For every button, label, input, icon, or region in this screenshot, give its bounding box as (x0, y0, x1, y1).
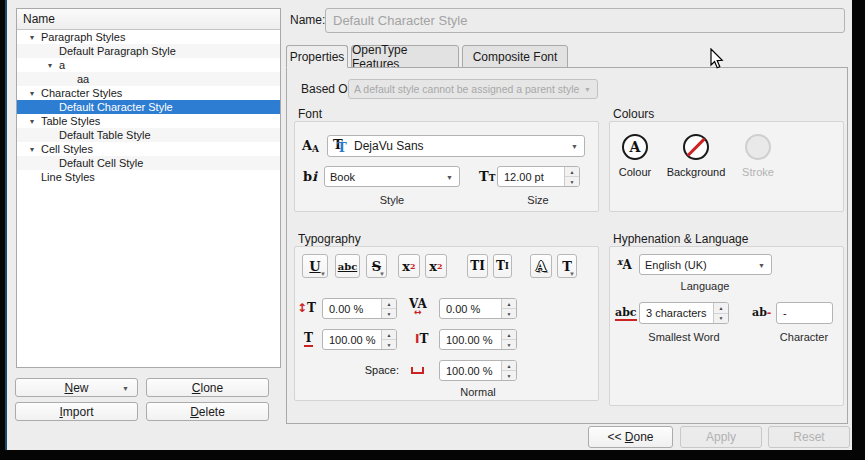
spin-up-icon[interactable]: ▲ (714, 303, 728, 314)
expander-icon[interactable]: ▾ (41, 61, 59, 70)
vertical-scale-spinbox[interactable]: 100.00 % ▲▼ (439, 329, 517, 350)
baseline-offset-icon: ↕T (297, 301, 316, 315)
chevron-down-icon: ▼ (758, 261, 765, 268)
size-caption: Size (527, 194, 548, 206)
chevron-down-icon: ▼ (446, 173, 453, 180)
spin-up-icon[interactable]: ▲ (502, 361, 516, 371)
tree-header-name: Name (17, 9, 280, 30)
stroke-colour-button-disabled (745, 134, 771, 160)
expander-icon[interactable]: ▾ (23, 117, 41, 126)
style-manager-dialog: Name ▾ Paragraph Styles Default Paragrap… (7, 0, 852, 450)
strikethrough-button[interactable]: S ▼ (366, 254, 387, 278)
expander-icon[interactable]: ▾ (23, 145, 41, 154)
baseline-offset-spinbox[interactable]: 0.00 % ▲▼ (322, 298, 397, 319)
spin-down-icon[interactable]: ▼ (502, 340, 516, 349)
done-button[interactable]: << Done (588, 426, 673, 448)
character-caption: Character (780, 331, 828, 343)
hyphenation-group-label: Hyphenation & Language (613, 232, 748, 246)
small-caps-button[interactable]: TI (493, 254, 512, 278)
hyphen-character-icon: ab- (752, 306, 771, 319)
spin-up-icon[interactable]: ▲ (502, 330, 516, 340)
tree-item-table-styles[interactable]: ▾ Table Styles (17, 114, 280, 128)
expander-icon[interactable]: ▾ (23, 89, 41, 98)
fill-colour-button[interactable]: A (622, 134, 648, 160)
smallest-word-spinbox[interactable]: 3 characters ▲▼ (639, 302, 729, 324)
style-name-input[interactable] (325, 8, 845, 33)
spin-down-icon[interactable]: ▼ (502, 371, 516, 380)
background-colour-button[interactable] (683, 134, 709, 160)
hyphen-character-input[interactable]: - (776, 302, 833, 324)
style-caption: Style (380, 194, 404, 206)
vertical-scale-icon: IT (415, 332, 428, 346)
new-button[interactable]: New ▼ (15, 378, 138, 397)
colours-group-label: Colours (613, 107, 654, 121)
chevron-down-icon: ▼ (571, 143, 578, 150)
typography-group-label: Typography (298, 232, 361, 246)
tree-item-default-cell-style[interactable]: Default Cell Style (17, 156, 280, 170)
spin-down-icon[interactable]: ▼ (714, 314, 728, 324)
subscript-button[interactable]: x2 (398, 254, 420, 278)
expander-icon[interactable]: ▾ (23, 33, 41, 42)
all-caps-button[interactable]: TI (467, 254, 488, 278)
horizontal-scale-icon: T (304, 331, 313, 347)
delete-button[interactable]: Delete (146, 402, 269, 421)
colour-caption: Colour (619, 166, 651, 178)
chevron-down-icon: ▼ (122, 385, 129, 392)
tree-item-paragraph-styles[interactable]: ▾ Paragraph Styles (17, 30, 280, 44)
tree-item-default-paragraph-style[interactable]: Default Paragraph Style (17, 44, 280, 58)
spin-up-icon[interactable]: ▲ (382, 330, 396, 340)
apply-button: Apply (680, 426, 762, 448)
spin-down-icon[interactable]: ▼ (382, 340, 396, 349)
superscript-button[interactable]: x2 (425, 254, 447, 278)
tracking-spinbox[interactable]: 0.00 % ▲▼ (439, 298, 517, 319)
shadow-button[interactable]: T ▼ (557, 254, 577, 278)
spin-down-icon[interactable]: ▼ (382, 309, 396, 318)
tree-item-a[interactable]: ▾ a (17, 58, 280, 72)
smallest-word-icon: abc (615, 306, 637, 321)
font-size-spinbox[interactable]: 12.00 pt ▲▼ (497, 166, 580, 187)
tab-properties[interactable]: Properties (286, 45, 348, 68)
name-field-label: Name: (290, 13, 325, 27)
font-family-icon: AA (302, 138, 319, 154)
language-combobox[interactable]: English (UK) ▼ (639, 254, 772, 275)
font-style-combobox[interactable]: Book ▼ (324, 166, 460, 187)
tab-opentype-features[interactable]: OpenType Features (351, 45, 459, 68)
word-spacing-spinbox[interactable]: 100.00 % ▲▼ (439, 360, 517, 381)
tree-item-default-character-style[interactable]: Default Character Style (17, 100, 280, 114)
spin-up-icon[interactable]: ▲ (565, 167, 579, 177)
outline-button[interactable]: A (530, 254, 552, 278)
font-family-combobox[interactable]: TT DejaVu Sans ▼ (327, 135, 585, 157)
tree-item-cell-styles[interactable]: ▾ Cell Styles (17, 142, 280, 156)
tree-item-line-styles[interactable]: Line Styles (17, 170, 280, 184)
tracking-icon: VA↔ (409, 297, 427, 316)
styles-manager-window: Name ▾ Paragraph Styles Default Paragrap… (0, 0, 865, 460)
horizontal-scale-spinbox[interactable]: 100.00 % ▲▼ (322, 329, 397, 350)
tab-composite-font[interactable]: Composite Font (462, 45, 568, 68)
import-button[interactable]: Import (15, 402, 138, 421)
colours-group: A Colour Background Stroke (609, 121, 844, 212)
chevron-down-icon: ▼ (379, 271, 385, 277)
font-style-icon: bi (303, 169, 317, 184)
tree-item-default-table-style[interactable]: Default Table Style (17, 128, 280, 142)
background-caption: Background (667, 166, 726, 178)
chevron-down-icon: ▼ (569, 271, 575, 277)
language-caption: Language (681, 280, 730, 292)
no-colour-slash-icon (687, 138, 706, 157)
truetype-font-icon: TT (333, 139, 348, 154)
stroke-caption: Stroke (742, 166, 774, 178)
font-group-label: Font (298, 107, 322, 121)
language-icon: xA (617, 257, 632, 272)
space-label: Space: (339, 364, 399, 376)
spin-up-icon[interactable]: ▲ (502, 299, 516, 309)
spin-down-icon[interactable]: ▼ (565, 177, 579, 186)
reset-button: Reset (768, 426, 850, 448)
based-on-combobox: A default style cannot be assigned a par… (348, 79, 598, 99)
tree-item-character-styles[interactable]: ▾ Character Styles (17, 86, 280, 100)
font-size-icon: TT (479, 169, 495, 184)
underline-button[interactable]: U ▼ (302, 254, 328, 278)
spin-up-icon[interactable]: ▲ (382, 299, 396, 309)
clone-button[interactable]: Clone (146, 378, 269, 397)
spin-down-icon[interactable]: ▼ (502, 309, 516, 318)
tree-item-aa[interactable]: aa (17, 72, 280, 86)
underline-words-button[interactable]: abc (335, 254, 360, 278)
